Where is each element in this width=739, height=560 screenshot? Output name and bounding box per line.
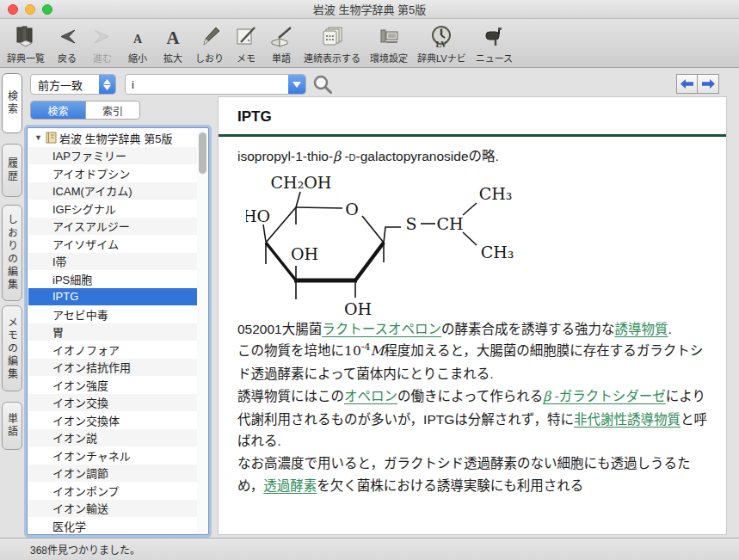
article-paragraph: 052001大腸菌ラクトースオペロンの酵素合成を誘導する強力な誘導物質. [237,318,711,341]
preferences-button[interactable]: 環境設定 [370,24,408,65]
list-item[interactable]: 医化学 [28,517,198,535]
side-tab-4[interactable]: 単語 [2,402,22,450]
article-link[interactable]: β [543,389,551,404]
list-item[interactable]: アイオドプシン [28,164,198,182]
article-text: の略. [469,149,499,163]
word-icon [268,24,294,50]
segment-search[interactable]: 検索 [31,102,85,119]
article-text: β [333,149,341,164]
list-item[interactable]: イオン拮抗作用 [28,359,198,377]
article-text: 10 [344,344,361,360]
lv-navi-button[interactable]: LV辞典LVナビ [417,24,466,65]
list-item[interactable]: IGFシグナル [28,200,198,218]
side-tab-2[interactable]: しおりの編集 [2,205,22,301]
list-item[interactable]: イオン輸送 [28,500,198,518]
back-icon [54,24,80,50]
back-label: 戻る [58,51,77,65]
segment-index[interactable]: 索引 [85,102,139,119]
bookmark-button[interactable]: しおり [195,24,224,65]
match-mode-label: 前方一致 [31,77,99,93]
article-text: この物質を培地に [237,344,344,359]
bookmark-label: しおり [195,51,224,65]
article-text: 誘導物質にはこの [237,389,344,403]
list-item[interactable]: iPS細胞 [28,270,198,288]
zoom-out-label: 縮小 [128,51,147,65]
combo-dropdown-icon[interactable] [288,75,305,94]
memo-label: メモ [237,51,256,65]
dictionary-list-button[interactable]: 辞典一覧 [7,24,45,65]
article-link[interactable]: 非代謝性誘導物質 [574,412,680,427]
label-ch2oh: CH₂OH [271,173,332,192]
match-mode-popup[interactable]: 前方一致 [30,74,116,95]
word-button[interactable]: 単語 [268,24,294,65]
side-tab-strip: 検索履歴しおりの編集メモの編集単語 [2,73,24,450]
article-link[interactable]: 透過酵素 [263,478,317,493]
label-ring-oxygen: O [345,200,359,218]
list-scrollbar[interactable] [197,129,207,533]
article-link[interactable]: 誘導物質 [614,322,668,336]
article-paragraph: なお高濃度で用いると，ガラクトシド透過酵素のない細胞にも透過しうるため，透過酵素… [237,452,711,496]
dictionary-list-label: 辞典一覧 [7,51,45,65]
back-button[interactable]: 戻る [54,24,80,65]
list-item[interactable]: IAPファミリー [28,147,198,165]
article-text: isopropyl-1-thio- [237,149,333,163]
list-item[interactable]: I帯 [28,253,198,271]
list-item[interactable]: イオン説 [28,429,198,447]
zoom-in-label: 拡大 [163,51,182,65]
tree-root-row[interactable]: ▼岩波 生物学辞典 第5版 [28,129,198,147]
nav-back-button[interactable] [676,74,698,94]
list-item[interactable]: アセビ中毒 [28,305,198,323]
word-label: 単語 [272,51,291,65]
list-item[interactable]: イオンポンプ [28,482,198,500]
list-item[interactable]: イオン強度 [28,376,198,394]
list-item[interactable]: アイスアルジー [28,218,198,236]
label-oh-inner: OH [291,244,318,263]
continuous-display-button[interactable]: 連続表示する [304,24,360,65]
list-scrollbar-thumb[interactable] [199,132,206,174]
forward-icon [89,24,115,50]
svg-text:A: A [166,28,180,48]
list-item[interactable]: イオンチャネル [28,446,198,465]
list-item[interactable]: ICAM(アイカム) [28,182,198,200]
list-item[interactable]: イオン調節 [28,465,198,483]
label-oh-bottom: OH [344,299,372,318]
article-title: IPTG [237,108,726,126]
list-item[interactable]: イオン交換体 [28,411,198,429]
list-item-selected[interactable]: IPTG [28,288,198,306]
popup-stepper-icon [99,75,115,94]
memo-icon [233,24,259,50]
article-text: の働きによって作られる [397,389,543,403]
lv-navi-icon: LV [428,24,454,50]
article-link[interactable]: -ガラクトシダーゼ [551,389,665,403]
search-index-segmented: 検索索引 [30,101,140,120]
zoom-out-button[interactable]: A縮小 [125,24,151,65]
dictionary-list-icon [13,24,39,50]
nav-forward-button[interactable] [698,74,719,94]
article-link[interactable]: ラクトースオペロン [322,322,441,336]
side-tab-3[interactable]: メモの編集 [2,305,22,391]
side-tab-0[interactable]: 検索 [2,73,22,133]
list-item[interactable]: イオン交換 [28,394,198,412]
search-input[interactable] [126,78,288,91]
zoom-in-button[interactable]: A拡大 [160,24,186,65]
entry-list: ▼岩波 生物学辞典 第5版IAPファミリーアイオドプシンICAM(アイカム)IG… [28,129,198,533]
continuous-display-icon [319,24,345,50]
bookmark-icon [197,24,223,50]
news-button[interactable]: ニュース [476,24,513,65]
continuous-display-label: 連続表示する [304,51,360,65]
article-text: M [370,344,384,360]
article-text: . [668,322,672,336]
article-link[interactable]: オペロン [344,389,397,403]
article-text: D [349,152,356,163]
memo-button[interactable]: メモ [233,24,259,65]
list-item[interactable]: アイソザイム [28,235,198,253]
forward-button: 進む [89,24,115,65]
list-item[interactable]: イオノフォア [28,341,198,359]
search-icon[interactable] [311,73,334,95]
side-tab-1[interactable]: 履歴 [2,144,22,197]
label-ho: HO [246,206,270,225]
disclosure-triangle-icon[interactable]: ▼ [34,133,43,142]
svg-text:LV: LV [436,40,448,49]
list-item[interactable]: 胃 [28,323,198,342]
zoom-in-icon: A [160,24,186,50]
